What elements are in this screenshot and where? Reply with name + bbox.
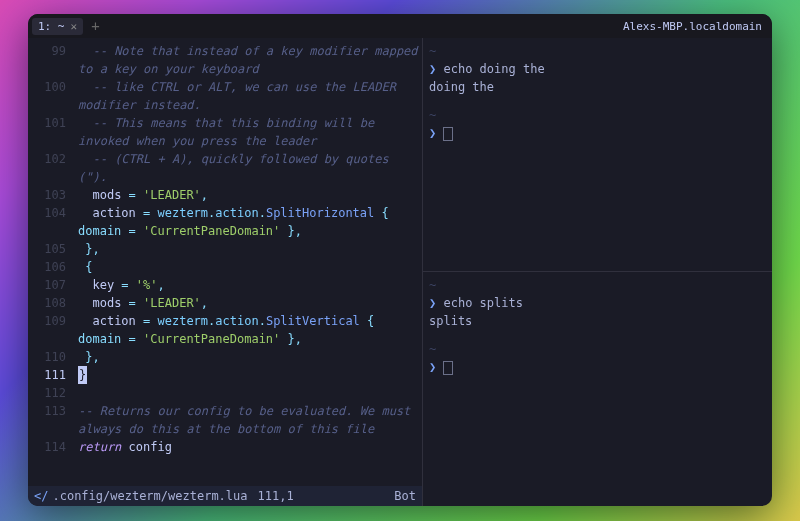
shell-cursor[interactable] — [443, 361, 453, 375]
editor-statusline: </ .config/wezterm/wezterm.lua 111,1 Bot — [28, 486, 422, 506]
code-line: 108 mods = 'LEADER', — [28, 294, 422, 312]
code-line: 109 action = wezterm.action.SplitVertica… — [28, 312, 422, 348]
code-line: 114return config — [28, 438, 422, 456]
code-line: 113-- Returns our config to be evaluated… — [28, 402, 422, 438]
shell-output: doing the — [429, 78, 766, 96]
editor-cursor: } — [78, 366, 87, 384]
prompt-icon: ❯ — [429, 296, 436, 310]
tilde-icon: ~ — [429, 108, 436, 122]
terminal-window: 1: ~ ✕ + Alexs-MBP.localdomain 99 -- Not… — [28, 14, 772, 506]
shell-command: echo doing the — [443, 62, 544, 76]
window-hostname: Alexs-MBP.localdomain — [623, 20, 762, 33]
tilde-icon: ~ — [429, 342, 436, 356]
panes-container: 99 -- Note that instead of a key modifie… — [28, 38, 772, 506]
tab-1[interactable]: 1: ~ ✕ — [32, 18, 83, 35]
tab-bar: 1: ~ ✕ + Alexs-MBP.localdomain — [28, 14, 772, 38]
code-line: 103 mods = 'LEADER', — [28, 186, 422, 204]
editor-pane[interactable]: 99 -- Note that instead of a key modifie… — [28, 38, 423, 506]
code-line: 105 }, — [28, 240, 422, 258]
status-scroll: Bot — [394, 489, 416, 503]
code-line: 102 -- (CTRL + A), quickly followed by q… — [28, 150, 422, 186]
code-line: 110 }, — [28, 348, 422, 366]
right-column: ~ ❯ echo doing the doing the ~ ❯ ~ ❯ ech… — [423, 38, 772, 506]
code-line: 100 -- like CTRL or ALT, we can use the … — [28, 78, 422, 114]
code-line: 107 key = '%', — [28, 276, 422, 294]
mode-icon: </ — [34, 489, 48, 503]
tab-label: 1: ~ — [38, 20, 65, 33]
code-line: 112 — [28, 384, 422, 402]
tilde-icon: ~ — [429, 44, 436, 58]
shell-pane-1[interactable]: ~ ❯ echo doing the doing the ~ ❯ — [423, 38, 772, 272]
prompt-icon: ❯ — [429, 360, 436, 374]
shell-command: echo splits — [443, 296, 522, 310]
code-line: 101 -- This means that this binding will… — [28, 114, 422, 150]
status-pos: 111,1 — [258, 489, 294, 503]
status-path: .config/wezterm/wezterm.lua — [52, 489, 247, 503]
shell-output: splits — [429, 312, 766, 330]
new-tab-button[interactable]: + — [91, 18, 99, 34]
shell-cursor[interactable] — [443, 127, 453, 141]
prompt-icon: ❯ — [429, 62, 436, 76]
prompt-icon: ❯ — [429, 126, 436, 140]
shell-pane-2[interactable]: ~ ❯ echo splits splits ~ ❯ — [423, 272, 772, 506]
code-line: 106 { — [28, 258, 422, 276]
code-line: 99 -- Note that instead of a key modifie… — [28, 42, 422, 78]
tilde-icon: ~ — [429, 278, 436, 292]
code-line: 104 action = wezterm.action.SplitHorizon… — [28, 204, 422, 240]
code-line: 111} — [28, 366, 422, 384]
close-tab-icon[interactable]: ✕ — [71, 20, 78, 33]
editor-body: 99 -- Note that instead of a key modifie… — [28, 38, 422, 486]
